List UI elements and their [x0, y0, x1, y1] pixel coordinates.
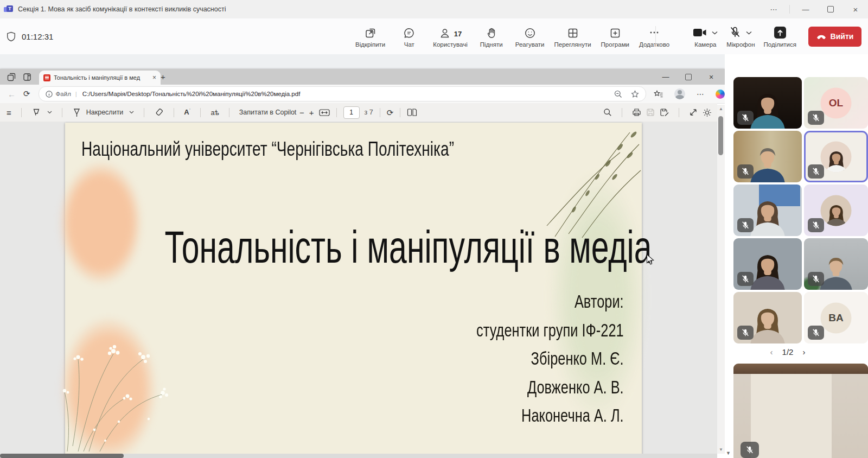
favorites-list-icon[interactable] — [654, 90, 663, 98]
edge-browser-window: Тональність і маніпуляції в мед × + — × … — [0, 69, 725, 458]
apps-button[interactable]: Програми — [596, 18, 634, 54]
scroll-up-icon[interactable]: ▲ — [719, 106, 723, 111]
unpin-button[interactable]: Відкріпити — [350, 18, 390, 54]
next-page-icon[interactable]: › — [802, 347, 805, 357]
highlight-icon[interactable] — [31, 107, 41, 117]
horizontal-scroll-thumb[interactable] — [0, 454, 124, 458]
person-silhouette — [821, 198, 852, 226]
participants-button[interactable]: 17 Користувачі — [428, 18, 472, 54]
favorite-star-icon[interactable] — [631, 90, 639, 98]
info-icon[interactable] — [46, 91, 53, 98]
window-minimize-button[interactable]: — — [793, 0, 818, 18]
copilot-icon[interactable] — [716, 90, 725, 99]
pagination-label: 1/2 — [782, 347, 794, 357]
back-icon[interactable]: ← — [8, 90, 16, 99]
workspaces-icon[interactable] — [7, 73, 16, 81]
person-silhouette — [821, 144, 852, 172]
shared-content-stage: Тональність і маніпуляції в мед × + — × … — [0, 54, 868, 458]
browser-restore-button[interactable] — [677, 69, 700, 85]
translate-icon[interactable]: aѣ — [210, 109, 219, 117]
sidebar-scroll-down-icon[interactable]: ▼ — [726, 450, 731, 456]
scroll-down-icon[interactable]: ▼ — [717, 447, 725, 452]
draw-icon[interactable] — [72, 107, 81, 117]
participant-video-tile[interactable] — [804, 238, 868, 290]
page-number-input[interactable] — [343, 106, 360, 119]
mic-muted-icon — [729, 26, 741, 39]
teams-title-bar: T Секція 1. Мова як засіб комунікації в … — [0, 0, 868, 19]
slide-authors-block: Автори: студентки групи ІФ-221Збіренко М… — [432, 288, 624, 430]
zoom-in-icon[interactable]: + — [309, 109, 314, 117]
camera-chevron-icon[interactable] — [712, 31, 718, 35]
participant-avatar-tile[interactable] — [804, 185, 868, 236]
draw-label[interactable]: Накреслити — [86, 109, 124, 116]
print-icon[interactable] — [632, 108, 641, 117]
window-restore-button[interactable] — [818, 0, 843, 18]
teams-logo-icon: T — [4, 5, 13, 14]
rotate-icon[interactable]: ⟳ — [387, 109, 394, 117]
url-text: C:/Users/Марія/Desktop/Тональність%20і%2… — [82, 91, 614, 97]
view-button[interactable]: Переглянути — [549, 18, 596, 54]
save-as-icon[interactable] — [660, 108, 669, 117]
pdf-settings-gear-icon[interactable] — [703, 108, 712, 117]
previous-page-icon[interactable]: ‹ — [770, 347, 773, 357]
tab-close-icon[interactable]: × — [152, 74, 156, 81]
browser-menu-icon[interactable]: ⋯ — [697, 90, 704, 98]
highlight-chevron-icon[interactable] — [47, 111, 52, 114]
read-aloud-icon[interactable]: Aʾ — [184, 108, 190, 116]
page-view-icon[interactable] — [407, 108, 417, 117]
participant-video-tile[interactable] — [733, 77, 802, 129]
pdf-contents-icon[interactable]: ≡ — [7, 109, 11, 117]
ask-copilot-button[interactable]: Запитати в Copilot — [239, 109, 297, 116]
camera-icon — [693, 28, 707, 37]
participant-avatar-tile[interactable] — [804, 131, 868, 182]
microphone-control[interactable]: Мікрофон — [726, 25, 755, 48]
browser-minimize-button[interactable]: — — [654, 69, 677, 85]
pdf-search-icon[interactable] — [603, 108, 612, 117]
leave-button[interactable]: Вийти — [808, 27, 861, 47]
participant-video-tile[interactable] — [733, 185, 802, 236]
browser-address-row: ← ⟳ Файл | C:/Users/Марія/Desktop/Тональ… — [0, 85, 725, 104]
raise-hand-button[interactable]: Підняти — [473, 18, 510, 54]
fit-width-icon[interactable] — [319, 109, 330, 117]
pdf-horizontal-scrollbar[interactable] — [0, 454, 717, 458]
react-button[interactable]: Реагувати — [510, 18, 550, 54]
pdf-file-icon — [43, 74, 50, 81]
new-tab-button[interactable]: + — [161, 69, 165, 85]
browser-close-button[interactable]: × — [700, 69, 723, 85]
eraser-icon[interactable] — [154, 107, 164, 117]
browser-profile-avatar[interactable] — [674, 88, 685, 99]
participants-sidebar: OLBA ‹ 1/2 › ▼ — [725, 54, 868, 458]
camera-control[interactable]: Камера — [693, 25, 718, 48]
mic-muted-badge — [737, 272, 754, 286]
participant-video-tile[interactable] — [733, 238, 802, 290]
zoom-out-icon[interactable]: − — [299, 109, 304, 117]
fullscreen-icon[interactable] — [689, 108, 698, 117]
draw-chevron-icon[interactable] — [129, 111, 134, 114]
browser-tab-strip: Тональність і маніпуляції в мед × + — × — [0, 69, 725, 85]
window-more-button[interactable]: ⋯ — [761, 0, 786, 18]
mic-chevron-icon[interactable] — [746, 31, 752, 35]
author-line: Довженко А. В. — [476, 373, 624, 402]
tab-search-icon[interactable] — [23, 73, 31, 81]
window-close-button[interactable]: × — [843, 0, 868, 18]
chat-button[interactable]: Чат — [390, 18, 428, 54]
more-actions-button[interactable]: Додатково — [634, 18, 674, 54]
shield-icon — [7, 31, 16, 42]
person-silhouette — [766, 414, 836, 458]
vertical-scroll-thumb[interactable] — [718, 116, 723, 155]
refresh-icon[interactable]: ⟳ — [23, 89, 30, 99]
participant-video-tile[interactable] — [733, 292, 802, 344]
pdf-viewer: Національний університет “Чернігівська П… — [0, 122, 717, 454]
share-control[interactable]: Поділитися — [764, 25, 796, 48]
avatar — [821, 195, 852, 226]
zoom-out-page-icon[interactable] — [614, 90, 622, 98]
participant-initials-tile[interactable]: BA — [804, 292, 868, 344]
participant-video-tile[interactable] — [733, 131, 802, 182]
address-bar[interactable]: Файл | C:/Users/Марія/Desktop/Тональніст… — [39, 86, 646, 101]
mic-muted-badge — [741, 442, 759, 458]
hang-up-icon — [816, 34, 826, 39]
pdf-vertical-scrollbar[interactable]: ▲ ▼ — [717, 105, 725, 454]
participant-initials-tile[interactable]: OL — [804, 77, 868, 129]
browser-tab[interactable]: Тональність і маніпуляції в мед × — [39, 71, 161, 85]
participant-video-tile[interactable] — [733, 364, 868, 458]
